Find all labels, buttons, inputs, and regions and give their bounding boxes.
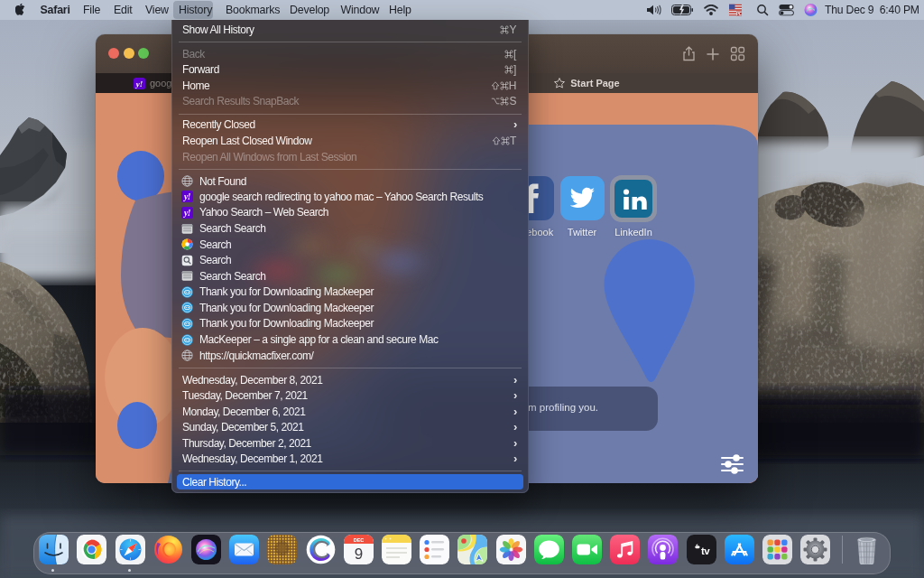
- svg-text:tv: tv: [701, 545, 710, 556]
- svg-text:PC: PC: [736, 12, 742, 16]
- svg-text:y!: y!: [135, 79, 143, 88]
- svg-text:DEC: DEC: [353, 537, 364, 543]
- svg-text:9: 9: [354, 545, 362, 563]
